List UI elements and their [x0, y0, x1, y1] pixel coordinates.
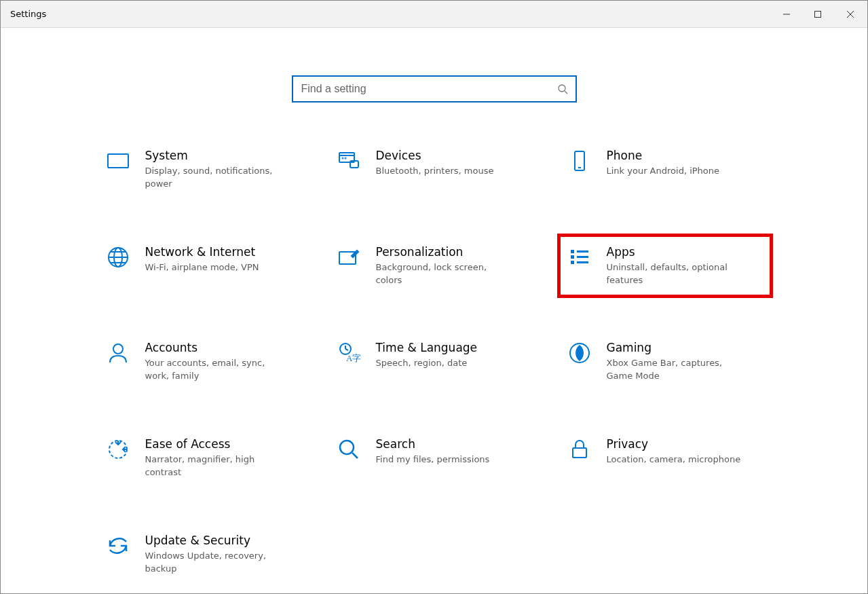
tile-sub: Background, lock screen, colors	[376, 261, 512, 287]
tile-label: Phone	[607, 149, 763, 162]
tile-sub: Link your Android, iPhone	[607, 165, 742, 178]
tile-label: Network & Internet	[145, 245, 301, 259]
gaming-icon	[567, 341, 592, 365]
scrollbar-thumb[interactable]	[858, 153, 867, 583]
svg-rect-22	[571, 250, 574, 253]
search-box[interactable]	[292, 75, 577, 103]
tile-sub: Your accounts, email, sync, work, family	[145, 357, 281, 383]
window-controls	[771, 1, 867, 27]
settings-window: Settings	[0, 0, 868, 594]
minimize-button[interactable]	[771, 1, 802, 27]
tile-sub: Bluetooth, printers, mouse	[376, 165, 512, 178]
privacy-icon	[567, 437, 592, 462]
time-language-icon: A字	[337, 341, 361, 365]
tile-update[interactable]: Update & Security Windows Update, recove…	[102, 528, 305, 581]
apps-icon	[567, 245, 592, 270]
svg-point-28	[113, 344, 123, 354]
tile-sub: Speech, region, date	[376, 357, 512, 370]
svg-rect-24	[571, 261, 574, 264]
svg-rect-37	[573, 448, 586, 458]
personalization-icon	[337, 245, 361, 270]
tile-sub: Xbox Game Bar, captures, Game Mode	[607, 357, 742, 383]
tile-ease-of-access[interactable]: Ease of Access Narrator, magnifier, high…	[102, 432, 305, 485]
tile-label: Gaming	[607, 341, 763, 354]
tile-label: Time & Language	[376, 341, 532, 354]
svg-point-11	[342, 158, 343, 159]
tile-sub: Find my files, permissions	[376, 453, 512, 466]
tile-label: Ease of Access	[145, 437, 301, 451]
tile-time[interactable]: A字 Time & Language Speech, region, date	[333, 335, 536, 388]
tile-label: Accounts	[145, 341, 301, 354]
system-icon	[106, 149, 130, 173]
tile-network[interactable]: Network & Internet Wi-Fi, airplane mode,…	[102, 240, 305, 293]
tile-label: Apps	[607, 245, 763, 259]
tile-sub: Display, sound, notifications, power	[145, 165, 281, 191]
tile-label: System	[145, 149, 301, 162]
tile-accounts[interactable]: Accounts Your accounts, email, sync, wor…	[102, 335, 305, 388]
tile-label: Update & Security	[145, 534, 301, 547]
ease-of-access-icon	[106, 437, 130, 462]
search-area	[1, 75, 867, 103]
svg-point-4	[559, 85, 565, 92]
svg-rect-25	[577, 250, 588, 253]
svg-rect-1	[815, 11, 821, 17]
tile-devices[interactable]: Devices Bluetooth, printers, mouse	[333, 143, 536, 196]
tile-phone[interactable]: Phone Link your Android, iPhone	[563, 143, 767, 196]
search-input[interactable]	[293, 77, 575, 101]
maximize-button[interactable]	[802, 1, 833, 27]
tile-label: Personalization	[376, 245, 532, 259]
tile-label: Search	[376, 437, 532, 451]
svg-point-12	[345, 158, 345, 159]
tile-gaming[interactable]: Gaming Xbox Game Bar, captures, Game Mod…	[563, 335, 767, 388]
tile-sub: Uninstall, defaults, optional features	[607, 261, 742, 287]
svg-line-31	[345, 349, 348, 350]
search-icon	[556, 83, 569, 95]
scrollbar[interactable]	[858, 28, 867, 593]
svg-rect-27	[577, 261, 588, 263]
search-category-icon	[337, 437, 361, 462]
svg-line-5	[565, 91, 567, 94]
devices-icon	[337, 149, 361, 173]
phone-icon	[567, 149, 592, 173]
window-title: Settings	[1, 9, 46, 19]
settings-body: System Display, sound, notifications, po…	[1, 28, 867, 593]
settings-grid: System Display, sound, notifications, po…	[102, 143, 767, 580]
svg-rect-26	[577, 256, 588, 258]
svg-rect-6	[108, 154, 128, 168]
svg-line-36	[352, 453, 358, 458]
tile-sub: Location, camera, microphone	[607, 453, 742, 466]
tile-privacy[interactable]: Privacy Location, camera, microphone	[563, 432, 767, 485]
update-icon	[106, 534, 130, 558]
tile-sub: Wi-Fi, airplane mode, VPN	[145, 261, 281, 274]
titlebar: Settings	[1, 1, 867, 28]
tile-sub: Narrator, magnifier, high contrast	[145, 453, 281, 479]
svg-rect-23	[571, 255, 574, 259]
tile-label: Devices	[376, 149, 532, 162]
close-button[interactable]	[833, 1, 867, 27]
tile-personalization[interactable]: Personalization Background, lock screen,…	[333, 240, 536, 293]
svg-text:A字: A字	[346, 353, 361, 363]
tile-system[interactable]: System Display, sound, notifications, po…	[102, 143, 305, 196]
tile-label: Privacy	[607, 437, 763, 451]
tile-apps[interactable]: Apps Uninstall, defaults, optional featu…	[563, 240, 767, 293]
svg-point-35	[340, 441, 354, 454]
accounts-icon	[106, 341, 130, 365]
network-icon	[106, 245, 130, 270]
tile-sub: Windows Update, recovery, backup	[145, 550, 281, 576]
tile-search[interactable]: Search Find my files, permissions	[333, 432, 536, 485]
